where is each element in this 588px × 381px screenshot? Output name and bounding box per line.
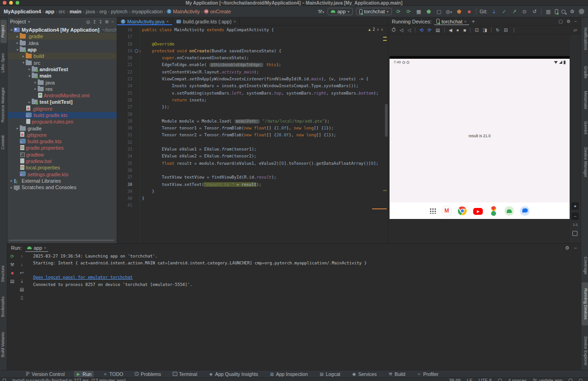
indent-setting[interactable]: 4 spaces — [508, 378, 526, 381]
add-device-icon[interactable]: + — [472, 18, 475, 25]
code-line[interactable]: Module module = Module.load( modelPath: … — [142, 118, 388, 125]
zoom-in-button[interactable]: + — [571, 202, 579, 210]
code-line[interactable]: } — [142, 195, 388, 202]
build-hammer-icon[interactable]: ⚒▾ — [317, 9, 324, 15]
restart-icon[interactable]: ↻ — [496, 28, 499, 33]
notifications-icon[interactable] — [579, 379, 582, 381]
search-icon[interactable] — [561, 10, 565, 14]
read-only-icon[interactable] — [498, 379, 502, 381]
inspections-widget[interactable]: ▲ 2 ∧ ∨ — [368, 27, 383, 32]
home-icon[interactable]: ● — [456, 28, 459, 33]
code-line[interactable]: } — [142, 188, 388, 195]
collapse-all-icon[interactable]: ↧ — [99, 19, 102, 24]
clear-console-icon[interactable]: ▯ — [21, 295, 23, 300]
device-mirror-icon[interactable] — [555, 9, 558, 14]
stripe-item-notifications[interactable]: Notifications — [582, 20, 588, 58]
git-update-icon[interactable]: ⇣ — [491, 9, 498, 15]
youtube-icon[interactable] — [473, 208, 483, 215]
breadcrumb-item[interactable]: org — [99, 9, 107, 14]
device-select[interactable]: torchchat ▾ — [356, 8, 392, 15]
app-drawer-icon[interactable] — [430, 207, 436, 214]
fold-device-icon[interactable]: ▤ — [435, 28, 440, 33]
device-tab[interactable]: torchchat × — [434, 17, 469, 25]
code-line[interactable]: Tensor tensor2 = Tensor.fromBlob(new flo… — [142, 132, 388, 139]
run-configuration-select[interactable]: app ▾ — [328, 8, 352, 15]
print-icon[interactable]: ▤ — [20, 287, 24, 292]
code-line[interactable] — [142, 167, 388, 174]
stripe-item-coverage[interactable]: Coverage — [582, 252, 588, 278]
google-photos-icon[interactable] — [489, 206, 498, 216]
toolwindow-button-build[interactable]: ⚒Build — [386, 371, 407, 377]
code-line[interactable]: TextView textView = findViewById(R.id.re… — [142, 174, 388, 181]
stripe-item-litho-spec[interactable]: Litho Spec — [0, 47, 7, 78]
project-tree-row[interactable]: ▸External Libraries — [7, 178, 117, 184]
project-tree-row[interactable]: ▸.gradle — [7, 33, 117, 39]
close-icon[interactable]: × — [233, 19, 236, 24]
breadcrumb-item[interactable]: src — [59, 9, 66, 14]
project-tree-row[interactable]: ▸.idea — [7, 40, 117, 46]
rotate-left-icon[interactable]: ⟲ — [419, 28, 423, 33]
code-line[interactable]: EdgeToEdge.enable( $this$enableEdgeToEdg… — [142, 62, 388, 68]
more-options-icon[interactable]: ⋮ — [512, 28, 516, 33]
tree-chevron-icon[interactable]: ▸ — [9, 185, 14, 190]
code-line[interactable]: super.onCreate(savedInstanceState); — [142, 55, 388, 62]
chrome-icon[interactable] — [458, 206, 467, 216]
apply-changes-icon[interactable]: ⟳ — [395, 9, 402, 15]
tree-chevron-icon[interactable]: ▾ — [27, 74, 32, 78]
stripe-item-commit[interactable]: Commit — [0, 132, 7, 153]
code-area[interactable]: public class MainActivity extends AppCom… — [140, 26, 388, 243]
tree-chevron-icon[interactable]: ▸ — [15, 41, 20, 45]
up-stack-icon[interactable]: ↑ — [21, 254, 23, 259]
volume-up-icon[interactable]: ◁ — [400, 28, 403, 33]
stripe-item-bookmarks[interactable]: Bookmarks — [0, 292, 7, 321]
project-tree-row[interactable]: ▾app — [7, 46, 117, 53]
soft-wrap-icon[interactable]: ↩ — [20, 270, 23, 275]
breadcrumb-item[interactable]: CMainActivity — [167, 9, 200, 14]
code-line[interactable]: v.setPadding(systemBars.left, systemBars… — [142, 90, 388, 97]
breadcrumb-item[interactable]: monCreate — [204, 9, 231, 14]
git-commit-icon[interactable]: ✓ — [501, 9, 508, 15]
override-method-icon[interactable] — [135, 49, 138, 53]
toolwindow-button-problems[interactable]: !Problems — [132, 371, 163, 377]
hide-panel-icon[interactable]: − — [574, 19, 577, 24]
project-tree-row[interactable]: AndroidManifest.xml — [7, 92, 117, 99]
line-ending[interactable]: LF — [467, 378, 472, 381]
code-line[interactable]: ViewCompat.setOnApplyWindowInsetsListene… — [142, 76, 388, 83]
git-branch-widget[interactable]: update-app — [533, 378, 562, 381]
breadcrumb-item[interactable]: main — [70, 9, 82, 14]
editor-tab[interactable]: CMainActivity.java× — [117, 17, 173, 25]
code-line[interactable] — [142, 139, 388, 146]
tree-chevron-icon[interactable]: ▸ — [15, 126, 20, 130]
project-tree-row[interactable]: .gitignore — [7, 132, 117, 138]
zoom-out-button[interactable]: − — [571, 213, 579, 220]
logcat-link[interactable]: Open logcat panel for emulator torchchat — [33, 274, 577, 281]
debug-icon[interactable]: ⬟ — [425, 9, 432, 15]
hardware-input-icon[interactable]: ▱ — [573, 28, 577, 33]
screenshot-icon[interactable]: ⊡ — [475, 28, 478, 33]
project-tree-row[interactable]: proguard-rules.pro — [7, 118, 117, 125]
project-tree-row[interactable]: local.properties — [7, 164, 117, 171]
project-tree-row[interactable]: .gitignore — [7, 106, 117, 112]
coverage-icon[interactable]: ▦ — [415, 9, 422, 15]
breadcrumb-item[interactable]: MyApplication4 — [4, 9, 41, 14]
rotate-right-icon[interactable]: ⟳ — [428, 28, 431, 33]
panel-settings-icon[interactable]: ⚙ — [105, 19, 109, 24]
toolwindow-button-run[interactable]: ▶Run — [74, 371, 94, 377]
prev-issue-icon[interactable]: ∧ — [377, 28, 379, 32]
toolwindow-button-app-quality-insights[interactable]: ◈App Quality Insights — [206, 371, 260, 377]
rollback-icon[interactable]: ↺ — [531, 9, 538, 15]
back-icon[interactable]: ◀ — [449, 28, 452, 33]
toolwindow-button-app-inspection[interactable]: ▥App Inspection — [267, 371, 310, 377]
project-tree-row[interactable]: ▸androidTest — [7, 66, 117, 73]
code-line[interactable] — [142, 202, 388, 209]
stop-icon[interactable]: ■ — [466, 9, 473, 14]
code-line[interactable] — [142, 111, 388, 118]
stripe-item-gradle[interactable]: Gradle — [582, 62, 588, 83]
toolwindow-button-version-control[interactable]: Version Control — [23, 371, 67, 377]
close-icon[interactable]: × — [464, 19, 466, 24]
toolwindow-button-todo[interactable]: ≡TODO — [101, 371, 125, 377]
project-tree-row[interactable]: ▸Scratches and Consoles — [7, 184, 117, 190]
project-tree-row[interactable]: gradlew — [7, 151, 117, 158]
hide-panel-icon[interactable]: − — [574, 245, 577, 251]
tree-chevron-icon[interactable]: ▸ — [27, 67, 32, 71]
